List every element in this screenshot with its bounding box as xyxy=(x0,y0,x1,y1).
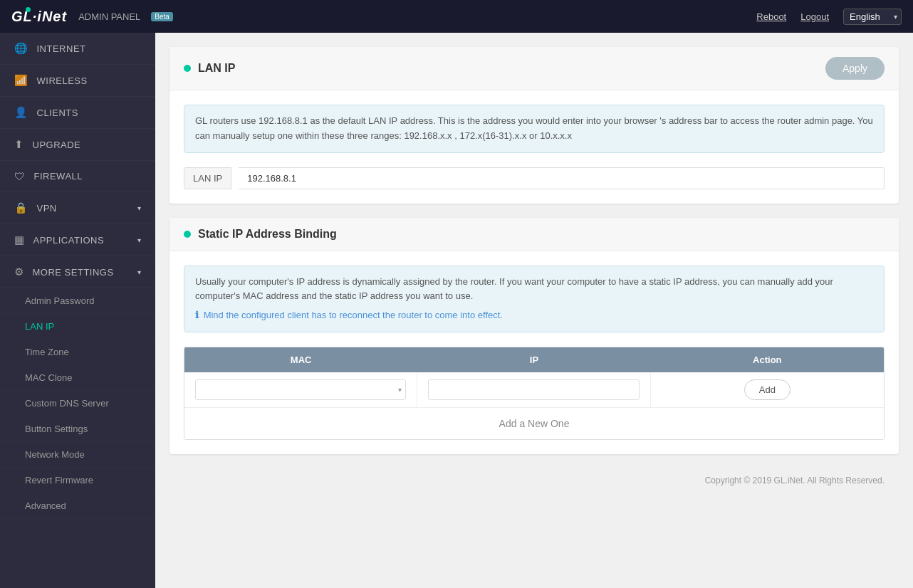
logo-text: GL·iNet xyxy=(11,9,67,24)
sidebar-label-upgrade: UPGRADE xyxy=(33,140,81,150)
static-ip-card-body: Usually your computer's IP address is dy… xyxy=(169,251,899,454)
lan-ip-info-box: GL routers use 192.168.8.1 as the defaul… xyxy=(184,105,885,153)
sidebar-subitem-time-zone[interactable]: Time Zone xyxy=(0,340,155,365)
header-actions: Reboot Logout English 中文 Deutsch Françai… xyxy=(756,9,902,25)
wireless-icon: 📶 xyxy=(14,74,28,87)
table-add-row: ▾ Add xyxy=(184,372,884,408)
sidebar-subitem-mac-clone[interactable]: MAC Clone xyxy=(0,365,155,391)
applications-icon: ▦ xyxy=(14,233,25,246)
lan-ip-label: LAN IP xyxy=(184,167,231,189)
lan-ip-info-text: GL routers use 192.168.8.1 as the defaul… xyxy=(195,115,873,141)
sidebar-subitem-admin-password[interactable]: Admin Password xyxy=(0,288,155,314)
lan-ip-input[interactable] xyxy=(239,167,885,189)
sidebar-label-clients: CLIENTS xyxy=(37,107,78,118)
logo-dot xyxy=(26,7,31,12)
upgrade-icon: ⬆ xyxy=(14,138,24,151)
lan-ip-form-row: LAN IP xyxy=(184,167,885,189)
sidebar-subitem-custom-dns[interactable]: Custom DNS Server xyxy=(0,391,155,416)
ip-cell xyxy=(417,372,650,407)
sidebar-item-clients[interactable]: 👤 CLIENTS xyxy=(0,97,155,129)
language-selector[interactable]: English 中文 Deutsch Français ▾ xyxy=(843,9,902,25)
sidebar-label-vpn: VPN xyxy=(37,203,57,214)
ip-input[interactable] xyxy=(428,379,639,400)
main-content: LAN IP Apply GL routers use 192.168.8.1 … xyxy=(155,33,913,588)
sidebar-subitem-lan-ip[interactable]: LAN IP xyxy=(0,314,155,340)
sidebar-subitem-button-settings[interactable]: Button Settings xyxy=(0,416,155,442)
sidebar-item-more-settings[interactable]: ⚙ MORE SETTINGS ▾ xyxy=(0,256,155,288)
static-ip-status-dot xyxy=(184,231,191,238)
main-layout: 🌐 INTERNET 📶 WIRELESS 👤 CLIENTS ⬆ UPGRAD… xyxy=(0,33,913,588)
warning-text: Mind the configured client has to reconn… xyxy=(204,310,503,320)
logo-area: GL·iNet ADMIN PANEL Beta xyxy=(11,9,173,25)
reboot-button[interactable]: Reboot xyxy=(756,11,786,22)
static-ip-card-header: Static IP Address Binding xyxy=(169,218,899,251)
admin-panel-label: ADMIN PANEL xyxy=(78,11,140,22)
sidebar-label-applications: APPLICATIONS xyxy=(33,235,105,246)
more-settings-icon: ⚙ xyxy=(14,266,24,278)
info-icon: ℹ xyxy=(195,310,199,320)
footer-copyright: Copyright © 2019 GL.iNet. All Rights Res… xyxy=(169,468,899,493)
static-ip-info-box: Usually your computer's IP address is dy… xyxy=(184,266,885,332)
sidebar-subitem-revert-firmware[interactable]: Revert Firmware xyxy=(0,468,155,493)
sidebar-item-vpn[interactable]: 🔒 VPN ▾ xyxy=(0,192,155,224)
lan-ip-card-body: GL routers use 192.168.8.1 as the defaul… xyxy=(169,90,899,204)
sidebar-label-more-settings: MORE SETTINGS xyxy=(33,267,114,278)
sidebar-label-internet: INTERNET xyxy=(37,43,86,54)
action-cell: Add xyxy=(651,372,884,407)
sidebar-item-internet[interactable]: 🌐 INTERNET xyxy=(0,33,155,65)
sidebar-item-applications[interactable]: ▦ APPLICATIONS ▾ xyxy=(0,224,155,256)
sidebar-subitem-network-mode[interactable]: Network Mode xyxy=(0,442,155,468)
lan-ip-title: LAN IP xyxy=(198,62,825,75)
beta-badge: Beta xyxy=(151,12,173,21)
mac-cell: ▾ xyxy=(184,372,417,407)
sidebar-label-firewall: FIREWALL xyxy=(34,171,83,182)
sidebar-item-upgrade[interactable]: ⬆ UPGRADE xyxy=(0,129,155,161)
applications-arrow-icon: ▾ xyxy=(137,236,142,244)
static-ip-title: Static IP Address Binding xyxy=(198,228,885,241)
sidebar-subitem-advanced[interactable]: Advanced xyxy=(0,493,155,519)
language-select[interactable]: English 中文 Deutsch Français xyxy=(843,9,902,25)
ip-column-header: IP xyxy=(417,347,650,372)
sidebar-item-firewall[interactable]: 🛡 FIREWALL xyxy=(0,161,155,192)
apply-button[interactable]: Apply xyxy=(825,57,885,80)
add-new-one-row[interactable]: Add a New One xyxy=(184,408,884,439)
lan-ip-card-header: LAN IP Apply xyxy=(169,47,899,90)
vpn-icon: 🔒 xyxy=(14,201,28,214)
table-header: MAC IP Action xyxy=(184,347,884,372)
lan-ip-card: LAN IP Apply GL routers use 192.168.8.1 … xyxy=(169,47,899,204)
sidebar: 🌐 INTERNET 📶 WIRELESS 👤 CLIENTS ⬆ UPGRAD… xyxy=(0,33,155,588)
internet-icon: 🌐 xyxy=(14,42,28,55)
static-ip-warning: ℹ Mind the configured client has to reco… xyxy=(195,308,873,323)
more-settings-arrow-icon: ▾ xyxy=(137,268,142,276)
static-ip-card: Static IP Address Binding Usually your c… xyxy=(169,218,899,454)
mac-select[interactable] xyxy=(195,379,406,400)
sidebar-label-wireless: WIRELESS xyxy=(37,75,88,86)
static-ip-info-text: Usually your computer's IP address is dy… xyxy=(195,275,873,305)
add-button[interactable]: Add xyxy=(744,379,791,400)
action-column-header: Action xyxy=(651,347,884,372)
header: GL·iNet ADMIN PANEL Beta Reboot Logout E… xyxy=(0,0,913,33)
logout-button[interactable]: Logout xyxy=(800,11,829,22)
firewall-icon: 🛡 xyxy=(14,170,26,182)
static-ip-table: MAC IP Action ▾ xyxy=(184,347,885,440)
mac-select-wrapper[interactable]: ▾ xyxy=(195,379,406,400)
mac-column-header: MAC xyxy=(184,347,417,372)
clients-icon: 👤 xyxy=(14,106,28,119)
sidebar-item-wireless[interactable]: 📶 WIRELESS xyxy=(0,65,155,97)
vpn-arrow-icon: ▾ xyxy=(137,204,142,212)
lan-ip-status-dot xyxy=(184,65,191,72)
